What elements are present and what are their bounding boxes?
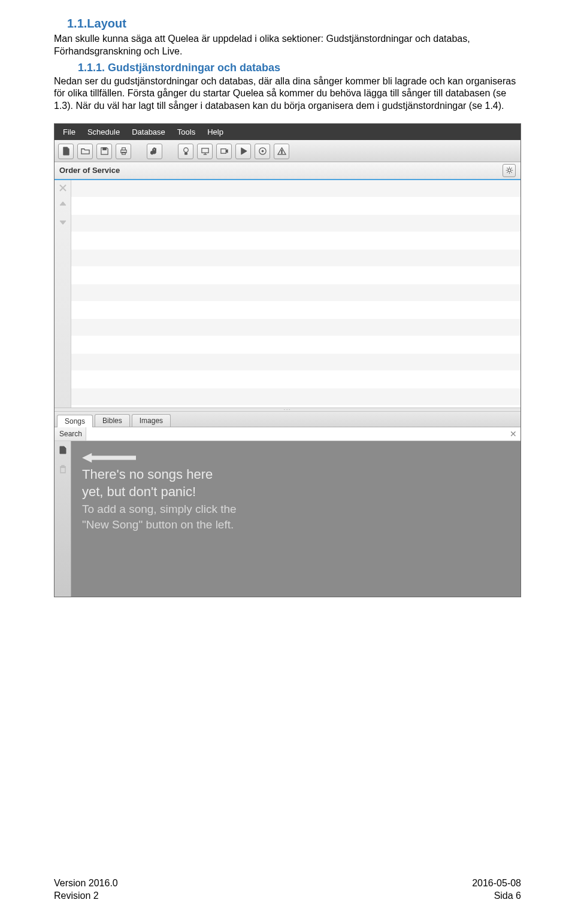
tab-bibles[interactable]: Bibles — [95, 414, 130, 427]
gear-icon[interactable] — [503, 164, 516, 177]
open-button[interactable] — [77, 144, 93, 159]
svg-rect-5 — [184, 153, 187, 155]
presentation-button[interactable] — [197, 144, 213, 159]
footer-version: Version 2016.0 — [54, 877, 118, 890]
menubar: File Schedule Database Tools Help — [55, 124, 520, 140]
svg-rect-10 — [281, 150, 282, 153]
page-footer: Version 2016.0 Revision 2 2016-05-08 Sid… — [54, 877, 521, 902]
svg-rect-7 — [220, 149, 225, 154]
songs-sidebar — [55, 441, 71, 597]
dvd-button[interactable] — [255, 144, 270, 159]
order-area — [55, 180, 520, 408]
heading-gudstjanst: 1.1.1. Gudstjänstordningar och databas — [54, 62, 521, 74]
remove-icon[interactable] — [59, 184, 67, 194]
empty-text-sub: To add a song, simply click the "New Son… — [82, 501, 510, 532]
toolbar — [55, 140, 520, 162]
footer-date: 2016-05-08 — [472, 877, 521, 890]
order-sidebar — [55, 180, 71, 408]
svg-point-9 — [262, 151, 264, 153]
play-button[interactable] — [235, 144, 251, 159]
menu-database[interactable]: Database — [132, 127, 165, 136]
move-down-icon[interactable] — [59, 217, 67, 228]
svg-rect-11 — [281, 153, 282, 154]
order-panel-title: Order of Service — [59, 166, 120, 175]
paragraph-detail: Nedan ser du gudstjänstordningar och dat… — [54, 75, 521, 113]
arrow-left-icon — [82, 452, 510, 464]
order-list[interactable] — [71, 180, 520, 408]
svg-rect-6 — [201, 148, 208, 153]
print-button[interactable] — [116, 144, 131, 159]
video-button[interactable] — [216, 144, 232, 159]
save-button[interactable] — [96, 144, 112, 159]
idea-button[interactable] — [178, 144, 193, 159]
svg-point-12 — [508, 169, 511, 172]
menu-file[interactable]: File — [63, 127, 75, 136]
delete-song-icon[interactable] — [59, 465, 67, 476]
clear-search-icon[interactable]: ✕ — [506, 429, 520, 439]
warning-button[interactable] — [274, 144, 289, 159]
songs-area: There's no songs here yet, but don't pan… — [55, 441, 520, 597]
paragraph-intro: Man skulle kunna säga att Quelea är uppd… — [54, 33, 521, 58]
svg-point-4 — [183, 148, 188, 153]
move-up-icon[interactable] — [59, 200, 67, 211]
search-input[interactable] — [86, 427, 506, 440]
tabs-row: Songs Bibles Images — [55, 412, 520, 427]
order-panel-header: Order of Service — [55, 162, 520, 180]
empty-text-main: There's no songs here yet, but don't pan… — [82, 466, 510, 500]
heading-layout: 1.1.Layout — [54, 17, 521, 31]
menu-help[interactable]: Help — [207, 127, 223, 136]
menu-tools[interactable]: Tools — [177, 127, 195, 136]
svg-rect-0 — [102, 148, 106, 150]
tab-songs[interactable]: Songs — [57, 415, 93, 427]
new-song-icon[interactable] — [59, 446, 67, 457]
footer-page: Sida 6 — [472, 890, 521, 902]
tab-images[interactable]: Images — [132, 414, 171, 427]
quelea-screenshot: File Schedule Database Tools Help Order … — [54, 123, 521, 597]
footer-revision: Revision 2 — [54, 890, 118, 902]
splitter-handle[interactable]: ··· — [55, 408, 520, 412]
songs-empty-message: There's no songs here yet, but don't pan… — [71, 441, 520, 597]
search-label: Search — [55, 427, 86, 440]
svg-rect-2 — [122, 148, 125, 150]
menu-schedule[interactable]: Schedule — [87, 127, 120, 136]
add-song-button[interactable] — [147, 144, 162, 159]
new-button[interactable] — [58, 144, 74, 159]
search-row: Search ✕ — [55, 427, 520, 441]
